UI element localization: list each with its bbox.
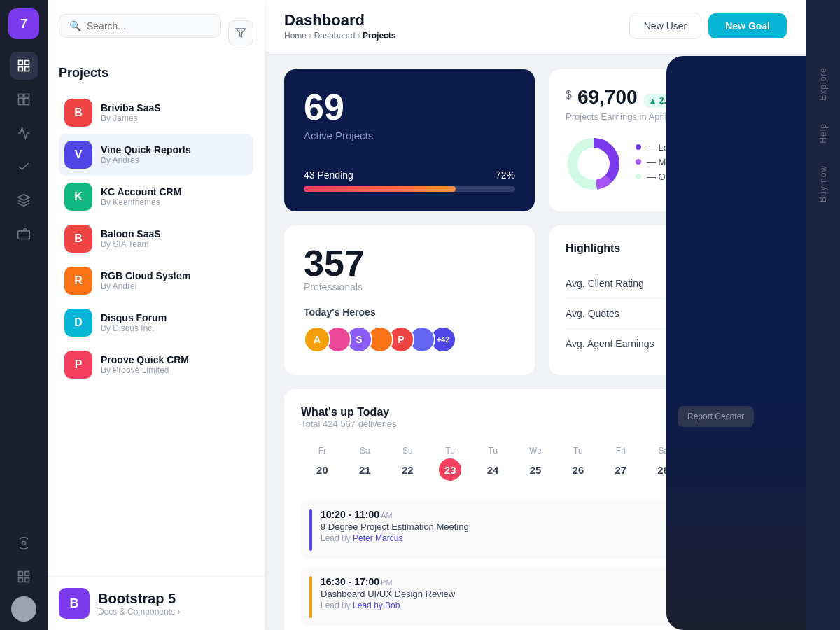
bootstrap-logo: B bbox=[59, 588, 90, 619]
day-number: 29 bbox=[695, 458, 718, 481]
calendar-day[interactable]: We 25 bbox=[514, 440, 557, 486]
bootstrap-title: Bootstrap 5 bbox=[98, 591, 180, 607]
event-stripe bbox=[309, 509, 312, 551]
project-info: Proove Quick CRM By Proove Limited bbox=[101, 354, 248, 375]
day-name: Tu bbox=[432, 446, 469, 456]
highlight-label: Avg. Agent Earnings bbox=[566, 338, 654, 349]
earnings-legend: — Leaf CRM $7,660 — Mivy App $2,820 — Ot… bbox=[636, 142, 770, 186]
project-item[interactable]: K KC Account CRM By Keenthemes bbox=[59, 176, 253, 218]
pending-percent: 72% bbox=[496, 169, 515, 181]
calendar-day[interactable]: Su 22 bbox=[386, 440, 429, 486]
project-item[interactable]: D Disqus Forum By Disqus Inc. bbox=[59, 302, 253, 344]
nav-grid-icon[interactable] bbox=[10, 85, 38, 113]
calendar-day[interactable]: Tu 26 bbox=[556, 440, 599, 486]
help-tab[interactable]: Help bbox=[813, 112, 834, 155]
project-item[interactable]: B Briviba SaaS By James bbox=[59, 92, 253, 134]
svg-rect-3 bbox=[25, 67, 29, 71]
day-name: Su bbox=[687, 446, 724, 456]
project-info: Briviba SaaS By James bbox=[101, 102, 248, 123]
event-view-button[interactable]: View bbox=[724, 588, 762, 606]
nav-user-photo[interactable] bbox=[11, 596, 36, 622]
day-number: 24 bbox=[482, 458, 504, 481]
docs-link[interactable]: Docs & Components › bbox=[98, 607, 180, 617]
event-ampm: AM bbox=[381, 511, 393, 519]
calendar-day[interactable]: Fr 20 bbox=[301, 440, 344, 486]
calendar-day[interactable]: Sa 21 bbox=[344, 440, 386, 486]
project-name: Vine Quick Reports bbox=[101, 144, 248, 155]
nav-chart-icon[interactable] bbox=[10, 119, 38, 147]
nav-settings-icon[interactable] bbox=[10, 529, 38, 557]
nav-module-icon[interactable] bbox=[10, 563, 38, 591]
legend-name: — Mivy App bbox=[647, 157, 736, 167]
calendar-day[interactable]: Sa 28 bbox=[642, 440, 685, 486]
new-goal-button[interactable]: New Goal bbox=[708, 13, 787, 38]
day-number: 21 bbox=[354, 458, 376, 481]
event-content: 16:30 - 17:00PM Dashboard UI/UX Design R… bbox=[321, 576, 715, 610]
event-lead-link[interactable]: Lead by Bob bbox=[353, 601, 400, 610]
earnings-card: $ 69,700 ▲ 2.2% Projects Earnings in Apr… bbox=[549, 69, 787, 211]
search-input[interactable] bbox=[87, 20, 211, 31]
nav-briefcase-icon[interactable] bbox=[10, 220, 38, 248]
nav-check-icon[interactable] bbox=[10, 153, 38, 181]
event-time: 16:30 - 17:00PM bbox=[321, 576, 715, 587]
legend-item: — Mivy App $2,820 bbox=[636, 157, 770, 167]
header: Dashboard Home › Dashboard › Projects Ne… bbox=[265, 0, 806, 52]
project-item[interactable]: B Baloon SaaS By SIA Team bbox=[59, 218, 253, 260]
breadcrumb-projects[interactable]: Projects bbox=[363, 31, 396, 41]
svg-rect-2 bbox=[19, 67, 23, 71]
new-user-button[interactable]: New User bbox=[629, 13, 701, 39]
project-name: Baloon SaaS bbox=[101, 228, 248, 239]
legend-dot bbox=[636, 159, 641, 164]
dashboard-area: 69 Active Projects 43 Pending 72% bbox=[265, 52, 806, 630]
day-number: 26 bbox=[567, 458, 589, 481]
svg-rect-9 bbox=[18, 231, 30, 239]
projects-panel-title: Projects bbox=[59, 66, 253, 80]
calendar-day[interactable]: Fri 27 bbox=[599, 440, 642, 486]
event-view-button[interactable]: View bbox=[724, 521, 762, 539]
svg-rect-12 bbox=[25, 572, 29, 576]
active-projects-label: Active Projects bbox=[304, 130, 515, 141]
nav-dashboard-icon[interactable] bbox=[10, 52, 38, 80]
search-icon: 🔍 bbox=[69, 20, 81, 31]
project-item[interactable]: V Vine Quick Reports By Andres bbox=[59, 134, 253, 176]
event-lead-link[interactable]: Peter Marcus bbox=[353, 533, 402, 543]
project-logo: B bbox=[64, 99, 92, 127]
active-projects-card: 69 Active Projects 43 Pending 72% bbox=[284, 69, 535, 211]
progress-bar bbox=[304, 186, 515, 192]
explore-tab[interactable]: Explore bbox=[813, 56, 834, 112]
day-name: Sa bbox=[645, 446, 682, 456]
earnings-header: $ 69,700 ▲ 2.2% bbox=[566, 86, 770, 108]
svg-rect-7 bbox=[24, 98, 29, 104]
search-row: 🔍 bbox=[59, 14, 253, 52]
calendar-day[interactable]: Tu 23 bbox=[429, 440, 472, 486]
donut-chart bbox=[566, 136, 622, 192]
user-number-avatar[interactable]: 7 bbox=[8, 8, 39, 39]
nav-bottom-section bbox=[10, 529, 38, 622]
nav-layers-icon[interactable] bbox=[10, 186, 38, 214]
svg-marker-15 bbox=[236, 29, 245, 37]
project-by: By James bbox=[101, 113, 248, 123]
earnings-chart-area: — Leaf CRM $7,660 — Mivy App $2,820 — Ot… bbox=[566, 136, 770, 192]
svg-rect-5 bbox=[24, 94, 29, 97]
project-item[interactable]: P Proove Quick CRM By Proove Limited bbox=[59, 344, 253, 386]
project-item[interactable]: R RGB Cloud System By Andrei bbox=[59, 260, 253, 302]
breadcrumb-home[interactable]: Home bbox=[284, 31, 307, 41]
day-name: Su bbox=[389, 446, 426, 456]
event-item: 16:30 - 17:00PM Dashboard UI/UX Design R… bbox=[301, 568, 770, 626]
event-item: 10:20 - 11:00AM 9 Degree Project Estimat… bbox=[301, 500, 770, 559]
calendar-day[interactable]: Mo 30 bbox=[727, 440, 770, 486]
page-title: Dashboard bbox=[284, 11, 396, 29]
buy-now-tab[interactable]: Buy now bbox=[813, 154, 834, 214]
trend-up-icon: ↗ bbox=[723, 339, 730, 349]
filter-button[interactable] bbox=[228, 20, 253, 46]
highlight-value: ↙ 730 bbox=[738, 307, 770, 320]
calendar-day[interactable]: Tu 24 bbox=[472, 440, 514, 486]
svg-point-10 bbox=[22, 542, 26, 545]
breadcrumb-dashboard[interactable]: Dashboard bbox=[314, 31, 356, 41]
progress-fill bbox=[304, 186, 456, 192]
calendar-day[interactable]: Su 29 bbox=[685, 440, 727, 486]
hero-avatar: A bbox=[304, 326, 330, 353]
pending-count: 43 Pending bbox=[304, 169, 354, 181]
top-grid: 69 Active Projects 43 Pending 72% bbox=[284, 69, 787, 211]
project-logo: V bbox=[64, 141, 92, 169]
